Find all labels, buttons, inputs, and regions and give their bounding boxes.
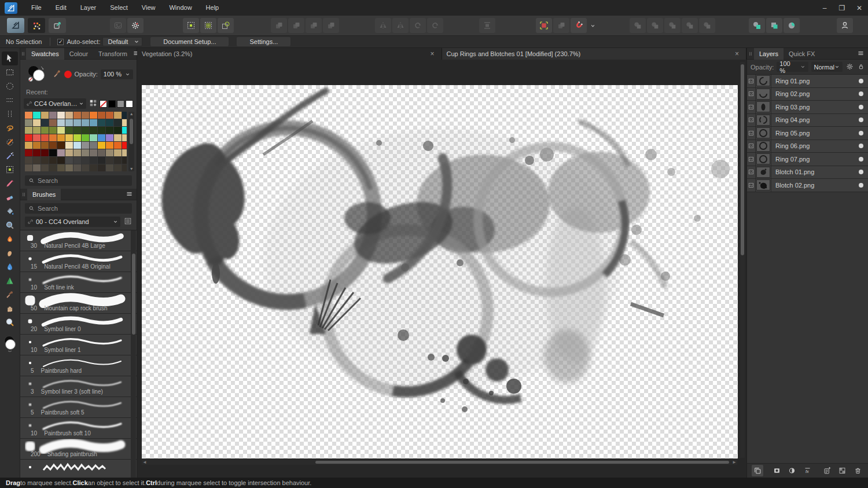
palette-swatch[interactable]: [49, 142, 57, 149]
palette-swatch[interactable]: [122, 164, 127, 171]
palette-swatch[interactable]: [41, 164, 49, 171]
palette-swatch[interactable]: [57, 127, 65, 134]
layer-row[interactable]: Blotch 02.png: [747, 179, 868, 192]
new-layer-icon[interactable]: [821, 465, 833, 476]
view-tool[interactable]: [2, 302, 18, 315]
palette-swatch[interactable]: [98, 149, 105, 156]
quick-swatch[interactable]: [108, 100, 116, 108]
palette-swatch[interactable]: [73, 142, 81, 149]
close-tab-icon[interactable]: ×: [428, 50, 436, 58]
palette-swatch[interactable]: [98, 127, 105, 134]
elliptical-marquee-tool[interactable]: [2, 79, 18, 93]
palette-swatch[interactable]: [41, 149, 49, 156]
palette-swatch[interactable]: [25, 119, 32, 126]
layer-visibility-toggle[interactable]: [859, 79, 863, 83]
paint-brush-tool[interactable]: [2, 177, 18, 190]
auto-select-dropdown[interactable]: Default: [102, 37, 142, 46]
preferences-button[interactable]: [127, 18, 144, 33]
brush-item[interactable]: 200Shading paintbrush: [20, 439, 137, 460]
brush-item[interactable]: 10Symbol liner 1: [20, 335, 137, 355]
burn-brush-tool[interactable]: [2, 232, 18, 246]
add-swatch-icon[interactable]: [89, 98, 97, 109]
palette-swatch[interactable]: [106, 142, 113, 149]
brush-item[interactable]: 20Symbol liner 0: [20, 314, 137, 335]
flood-select-tool[interactable]: [2, 149, 18, 163]
blend-options-gear-icon[interactable]: [846, 62, 854, 72]
palette-swatch[interactable]: [90, 157, 97, 164]
palette-swatch[interactable]: [114, 119, 122, 126]
flood-fill-tool[interactable]: [2, 204, 18, 218]
tab-quick-fx[interactable]: Quick FX: [784, 48, 820, 60]
palette-swatch[interactable]: [65, 149, 73, 156]
close-icon[interactable]: ✕: [851, 0, 868, 16]
palette-swatch[interactable]: [106, 134, 113, 141]
auto-select-checkbox[interactable]: ✓: [57, 39, 64, 45]
palette-swatch[interactable]: [41, 142, 49, 149]
brush-search-input[interactable]: Search: [25, 203, 132, 214]
smudge-brush-tool[interactable]: [2, 246, 18, 260]
brush-list-view-icon[interactable]: [124, 217, 132, 227]
layer-visibility-toggle[interactable]: [859, 118, 863, 122]
palette-swatch[interactable]: [82, 134, 89, 141]
palette-swatch[interactable]: [57, 112, 65, 119]
brush-item[interactable]: 30Natural Pencil 4B Large: [20, 230, 137, 251]
brush-item[interactable]: 5Paintbrush hard: [20, 355, 137, 376]
palette-swatch[interactable]: [73, 149, 81, 156]
palette-swatch[interactable]: [82, 119, 89, 126]
palette-swatch[interactable]: [65, 142, 73, 149]
panel-grip-icon[interactable]: [20, 190, 27, 199]
palette-swatch[interactable]: [106, 157, 113, 164]
palette-swatch[interactable]: [114, 157, 122, 164]
palette-swatch[interactable]: [33, 119, 41, 126]
palette-dropdown[interactable]: CC4 Overland GE...: [24, 98, 86, 109]
duplicate-layer-icon[interactable]: [752, 465, 763, 476]
layer-row[interactable]: Ring 05.png: [747, 127, 868, 140]
no-colour-swatch[interactable]: [100, 100, 107, 108]
delete-layer-icon[interactable]: [852, 465, 863, 476]
layer-row[interactable]: Ring 04.png: [747, 114, 868, 127]
adjustment-layer-icon[interactable]: [786, 465, 798, 476]
palette-swatch[interactable]: [57, 119, 65, 126]
brush-category-dropdown[interactable]: 00 - CC4 Overland: [25, 217, 120, 227]
palette-swatch[interactable]: [41, 134, 49, 141]
export-persona-button[interactable]: [49, 18, 66, 33]
palette-swatch[interactable]: [90, 164, 97, 171]
colour-picker-tool[interactable]: [2, 288, 18, 302]
quick-swatch[interactable]: [126, 100, 133, 108]
layer-row[interactable]: Ring 02.png: [747, 88, 868, 101]
palette-swatch[interactable]: [41, 119, 49, 126]
palette-swatch[interactable]: [106, 127, 113, 134]
sharpen-brush-tool[interactable]: [2, 274, 18, 288]
palette-swatch[interactable]: [49, 127, 57, 134]
palette-swatch[interactable]: [82, 127, 89, 134]
palette-swatch[interactable]: [82, 157, 89, 164]
document-canvas[interactable]: [142, 85, 738, 458]
layer-visibility-toggle[interactable]: [859, 157, 863, 162]
colour-picker-icon[interactable]: [53, 69, 62, 79]
palette-swatch[interactable]: [49, 112, 57, 119]
restore-icon[interactable]: ❐: [833, 0, 851, 16]
palette-swatch[interactable]: [90, 142, 97, 149]
tab-colour[interactable]: Colour: [64, 48, 93, 60]
snap-to-shapes-button[interactable]: [218, 18, 234, 33]
palette-swatch[interactable]: [73, 119, 81, 126]
stroke-fill-selector[interactable]: [26, 64, 48, 84]
layer-row[interactable]: Ring 01.png: [747, 75, 868, 88]
palette-swatch[interactable]: [41, 127, 49, 134]
minimize-icon[interactable]: –: [816, 0, 833, 16]
menu-file[interactable]: File: [24, 0, 49, 16]
palette-swatch[interactable]: [98, 112, 105, 119]
palette-swatch[interactable]: [49, 134, 57, 141]
palette-swatch[interactable]: [98, 142, 105, 149]
layer-row[interactable]: Ring 03.png: [747, 101, 868, 114]
panel-menu-icon[interactable]: [857, 49, 865, 59]
document-tab[interactable]: Vegetation (3.2%)×: [137, 48, 442, 60]
brush-item[interactable]: 3Symbol liner 3 (soft line): [20, 376, 137, 397]
snapping-options-button[interactable]: [588, 18, 597, 33]
panel-grip-icon[interactable]: [20, 49, 26, 58]
palette-swatch[interactable]: [73, 127, 81, 134]
palette-swatch[interactable]: [73, 164, 81, 171]
palette-swatch[interactable]: [57, 149, 65, 156]
palette-swatch[interactable]: [114, 142, 122, 149]
document-setup-button[interactable]: Document Setup...: [150, 37, 229, 46]
